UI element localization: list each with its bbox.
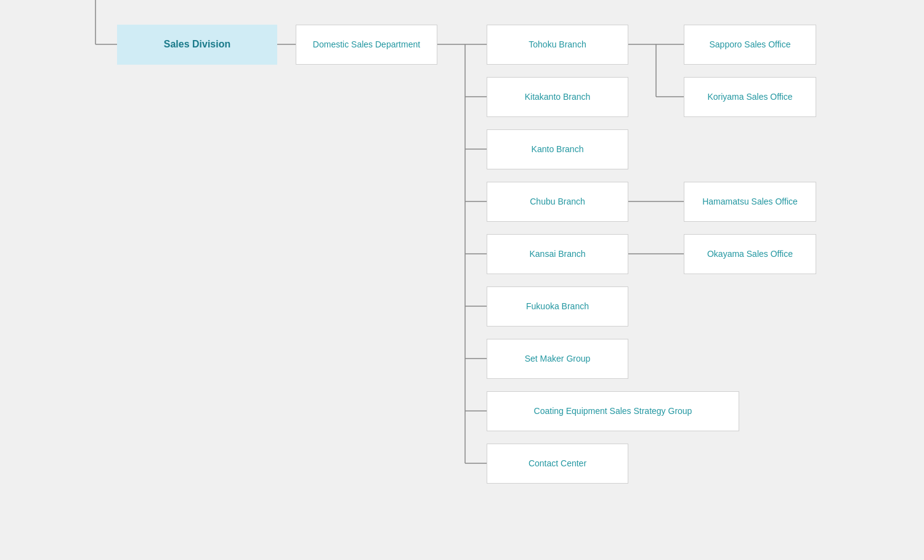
fukuoka-branch-node: Fukuoka Branch xyxy=(487,286,628,327)
hamamatsu-office-node: Hamamatsu Sales Office xyxy=(684,182,816,222)
org-chart: Sales Division Domestic Sales Department… xyxy=(0,0,924,560)
chubu-branch-node: Chubu Branch xyxy=(487,182,628,222)
kanto-branch-node: Kanto Branch xyxy=(487,129,628,169)
tohoku-branch-node: Tohoku Branch xyxy=(487,25,628,65)
kitakanto-branch-node: Kitakanto Branch xyxy=(487,77,628,117)
set-maker-group-node: Set Maker Group xyxy=(487,339,628,379)
sales-division-node: Sales Division xyxy=(117,25,277,65)
domestic-sales-node: Domestic Sales Department xyxy=(296,25,437,65)
contact-center-node: Contact Center xyxy=(487,444,628,484)
coating-equipment-node: Coating Equipment Sales Strategy Group xyxy=(487,391,739,431)
kansai-branch-node: Kansai Branch xyxy=(487,234,628,274)
koriyama-office-node: Koriyama Sales Office xyxy=(684,77,816,117)
sapporo-office-node: Sapporo Sales Office xyxy=(684,25,816,65)
okayama-office-node: Okayama Sales Office xyxy=(684,234,816,274)
